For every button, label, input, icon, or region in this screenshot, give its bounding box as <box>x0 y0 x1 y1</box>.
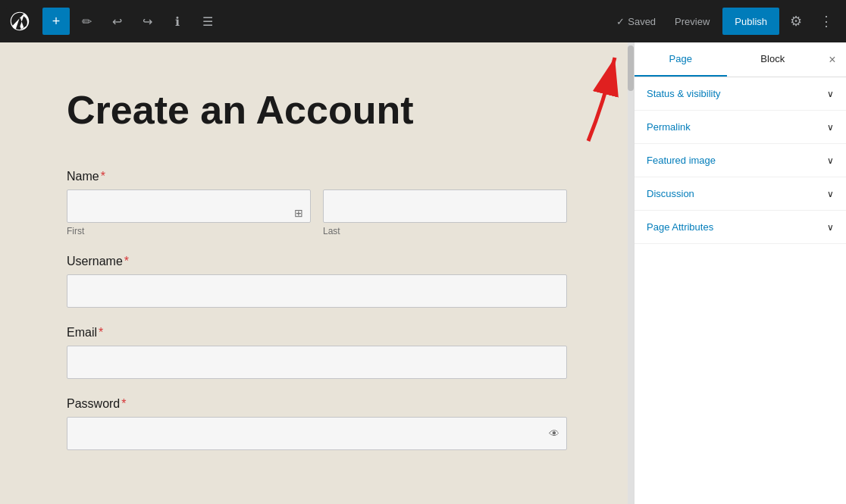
required-star: * <box>121 397 126 410</box>
permalink-label: Permalink <box>647 121 691 133</box>
first-name-col: ⊞ First <box>67 189 311 236</box>
close-icon: × <box>829 53 835 67</box>
username-field: Username* <box>67 255 567 308</box>
username-input[interactable] <box>67 274 567 308</box>
last-name-input[interactable] <box>323 189 567 223</box>
page-title: Create an Account <box>67 88 567 133</box>
chevron-down-icon: ∨ <box>827 89 834 99</box>
check-icon: ✓ <box>616 16 625 27</box>
redo-button[interactable]: ↪ <box>133 8 161 35</box>
add-button[interactable]: + <box>42 8 70 35</box>
editor-canvas: Create an Account Name* ⊞ First Last <box>0 42 634 504</box>
settings-button[interactable]: ⚙ <box>782 8 810 35</box>
sidebar-header: Page Block × <box>634 42 846 77</box>
first-name-label: First <box>67 226 311 236</box>
list-icon: ☰ <box>202 14 213 29</box>
sidebar: Page Block × Status & visibility ∨ Perma… <box>634 42 846 504</box>
email-field: Email* <box>67 326 567 379</box>
first-name-input[interactable] <box>67 189 311 223</box>
main-area: Create an Account Name* ⊞ First Last <box>0 42 846 504</box>
info-icon: ℹ <box>175 14 180 29</box>
name-label: Name* <box>67 170 567 183</box>
required-star: * <box>99 326 103 339</box>
redo-icon: ↪ <box>143 14 152 29</box>
required-star: * <box>124 255 129 268</box>
password-field: Password* 👁 <box>67 397 567 450</box>
sidebar-close-button[interactable]: × <box>819 42 846 77</box>
sidebar-section-status-visibility[interactable]: Status & visibility ∨ <box>634 77 846 111</box>
sidebar-section-discussion[interactable]: Discussion ∨ <box>634 177 846 211</box>
featured-image-label: Featured image <box>647 155 716 166</box>
preview-button[interactable]: Preview <box>665 11 719 33</box>
toolbar: + ✏ ↩ ↪ ℹ ☰ ✓ Saved Preview Publish ⚙ ⋮ <box>0 0 846 42</box>
username-label: Username* <box>67 255 567 268</box>
info-button[interactable]: ℹ <box>164 8 191 35</box>
page-attributes-label: Page Attributes <box>647 221 713 233</box>
chevron-down-icon: ∨ <box>827 222 834 233</box>
chevron-down-icon: ∨ <box>827 122 834 133</box>
password-input[interactable] <box>67 417 567 450</box>
sidebar-section-page-attributes[interactable]: Page Attributes ∨ <box>634 211 846 244</box>
discussion-label: Discussion <box>647 188 694 199</box>
page-content: Create an Account Name* ⊞ First Last <box>21 42 613 499</box>
undo-icon: ↩ <box>112 14 122 29</box>
wordpress-logo[interactable] <box>6 8 33 35</box>
sidebar-section-permalink[interactable]: Permalink ∨ <box>634 111 846 144</box>
tab-block[interactable]: Block <box>727 42 819 77</box>
edit-button[interactable]: ✏ <box>73 8 100 35</box>
publish-button[interactable]: Publish <box>722 8 779 35</box>
required-star: * <box>101 170 105 183</box>
email-input[interactable] <box>67 346 567 379</box>
chevron-down-icon: ∨ <box>827 155 834 166</box>
name-field: Name* ⊞ First Last <box>67 170 567 236</box>
scrollbar-thumb[interactable] <box>628 45 634 91</box>
list-view-button[interactable]: ☰ <box>194 8 221 35</box>
grid-icon: ⊞ <box>294 207 303 219</box>
last-name-col: Last <box>323 189 567 236</box>
more-options-button[interactable]: ⋮ <box>813 8 840 35</box>
name-row: ⊞ First Last <box>67 189 567 236</box>
chevron-down-icon: ∨ <box>827 189 834 199</box>
scrollbar-track[interactable] <box>628 42 634 504</box>
tab-page[interactable]: Page <box>634 42 727 77</box>
last-name-label: Last <box>323 226 567 236</box>
password-input-wrap: 👁 <box>67 417 567 450</box>
status-visibility-label: Status & visibility <box>647 88 721 99</box>
saved-status: ✓ Saved <box>616 16 656 27</box>
gear-icon: ⚙ <box>790 13 802 30</box>
pencil-icon: ✏ <box>82 14 92 29</box>
email-label: Email* <box>67 326 567 340</box>
sidebar-section-featured-image[interactable]: Featured image ∨ <box>634 144 846 177</box>
password-label: Password* <box>67 397 567 411</box>
eye-icon: 👁 <box>549 427 559 440</box>
undo-button[interactable]: ↩ <box>103 8 130 35</box>
ellipsis-icon: ⋮ <box>819 13 833 30</box>
